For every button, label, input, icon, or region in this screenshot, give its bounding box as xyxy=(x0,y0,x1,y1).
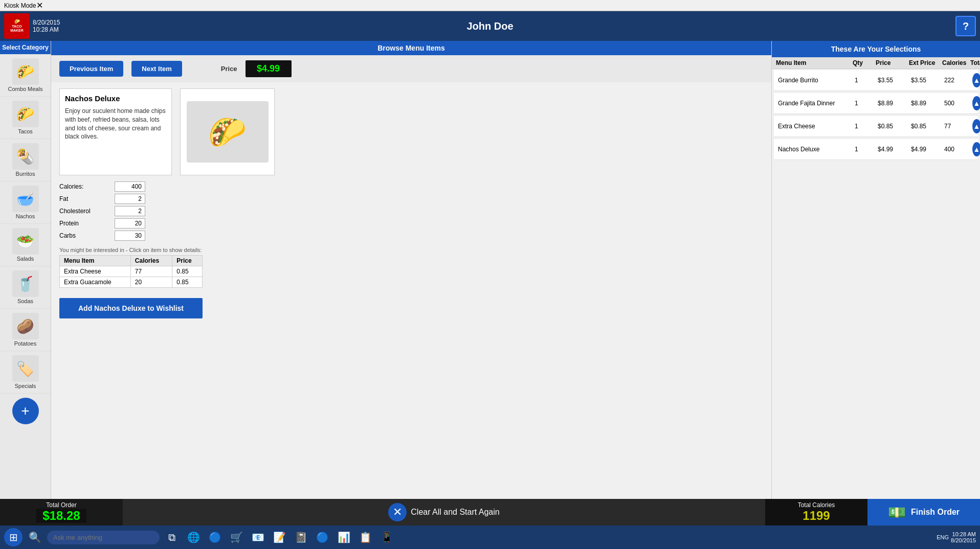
sel-up-2[interactable]: ▲ xyxy=(972,96,980,110)
selections-header: These Are Your Selections xyxy=(772,41,980,57)
app3-icon[interactable]: 📱 xyxy=(377,528,396,546)
chrome-icon[interactable]: 🔵 xyxy=(313,528,331,546)
add-category-button[interactable]: + xyxy=(12,398,39,424)
sidebar-item-specials[interactable]: 🏷️ Specials xyxy=(0,351,51,394)
calories-value: 400 xyxy=(115,181,145,192)
sel-actions-2: ▲ ▼ 🗑 xyxy=(972,96,980,110)
logo-line2: MAKER xyxy=(10,29,24,33)
tacos-icon: 🌮 xyxy=(12,101,39,127)
ie-icon[interactable]: 🌐 xyxy=(184,528,203,546)
col-price: Price xyxy=(876,59,909,66)
total-calories-label: Total Calories xyxy=(798,501,835,509)
suggestions-col-price: Price xyxy=(172,256,203,266)
suggestion-name-1[interactable]: Extra Cheese xyxy=(60,266,131,277)
sidebar-item-burritos[interactable]: 🌯 Burritos xyxy=(0,139,51,181)
item-detail: Nachos Deluxe Enjoy our suculent home ma… xyxy=(51,82,771,181)
carbs-label: Carbs xyxy=(59,231,110,241)
sidebar-item-sodas[interactable]: 🥤 Sodas xyxy=(0,266,51,309)
fat-value: 2 xyxy=(115,194,145,204)
sel-ext-price-1: $3.55 xyxy=(911,77,944,84)
taskbar: ⊞ 🔍 ⧉ 🌐 🔵 🛒 📧 📝 📓 🔵 📊 📋 📱 ENG 10:28 AM 8… xyxy=(0,525,980,549)
sel-price-2: $8.89 xyxy=(878,100,911,107)
combo-meals-icon: 🌮 xyxy=(12,58,39,85)
add-to-wishlist-button[interactable]: Add Nachos Deluxe to Wishlist xyxy=(59,298,203,318)
onenote-icon[interactable]: 📓 xyxy=(292,528,310,546)
selection-row-1: Grande Burrito 1 $3.55 $3.55 222 ▲ ▼ 🗑 xyxy=(774,70,978,91)
title-bar: Kiosk Mode ✕ xyxy=(0,0,980,11)
sidebar-label-potatoes: Potatoes xyxy=(14,340,36,347)
sel-actions-4: ▲ ▼ 🗑 xyxy=(972,142,980,156)
item-image: 🌮 xyxy=(187,101,269,163)
sidebar-label-sodas: Sodas xyxy=(17,298,33,304)
suggestion-row-1[interactable]: Extra Cheese 77 0.85 xyxy=(60,266,203,277)
fat-label: Fat xyxy=(59,194,110,204)
carbs-value: 30 xyxy=(115,231,145,241)
sidebar-label-burritos: Burritos xyxy=(16,171,35,177)
sel-qty-4: 1 xyxy=(855,146,878,153)
price-display: $4.99 xyxy=(246,60,292,77)
content-row: Select Category 🌮 Combo Meals 🌮 Tacos 🌯 … xyxy=(0,41,980,499)
sel-qty-1: 1 xyxy=(855,77,878,84)
sel-ext-price-3: $0.85 xyxy=(911,123,944,130)
sidebar-label-combo-meals: Combo Meals xyxy=(8,86,43,92)
taskbar-search-input[interactable] xyxy=(47,531,160,544)
sel-name-1: Grande Burrito xyxy=(778,77,855,84)
header-time: 10:28 AM xyxy=(33,26,60,33)
sel-ext-price-2: $8.89 xyxy=(911,100,944,107)
clear-all-button[interactable]: ✕ Clear All and Start Again xyxy=(388,503,499,521)
sel-up-1[interactable]: ▲ xyxy=(972,73,980,87)
selections-table-header: Menu Item Qty Price Ext Price Calories T… xyxy=(772,57,980,69)
logo: 🌮 TACO MAKER xyxy=(4,13,30,39)
specials-icon: 🏷️ xyxy=(12,355,39,382)
sidebar-item-salads[interactable]: 🥗 Salads xyxy=(0,224,51,266)
sidebar-item-potatoes[interactable]: 🥔 Potatoes xyxy=(0,309,51,351)
finish-order-button[interactable]: 💵 Finish Order xyxy=(867,499,980,525)
header-datetime: 8/20/2015 10:28 AM xyxy=(33,19,60,33)
mail-icon[interactable]: 📧 xyxy=(249,528,267,546)
user-name: John Doe xyxy=(466,20,513,32)
col-total-cal: Total Cal xyxy=(970,59,980,66)
total-order-amount: $18.28 xyxy=(36,509,86,523)
sidebar-item-tacos[interactable]: 🌮 Tacos xyxy=(0,97,51,139)
header: 🌮 TACO MAKER 8/20/2015 10:28 AM John Doe… xyxy=(0,11,980,41)
finish-btn-label: Finish Order xyxy=(911,508,960,517)
sidebar-item-combo-meals[interactable]: 🌮 Combo Meals xyxy=(0,54,51,97)
help-button[interactable]: ? xyxy=(955,16,976,36)
sidebar-label-salads: Salads xyxy=(17,256,34,262)
sel-name-4: Nachos Deluxe xyxy=(778,146,855,153)
cholesterol-label: Cholesterol xyxy=(59,206,110,216)
salads-icon: 🥗 xyxy=(12,228,39,255)
app2-icon[interactable]: 📋 xyxy=(356,528,374,546)
sel-up-3[interactable]: ▲ xyxy=(972,119,980,133)
edge-icon[interactable]: 🔵 xyxy=(206,528,224,546)
sidebar-item-nachos[interactable]: 🥣 Nachos xyxy=(0,181,51,224)
col-ext-price: Ext Price xyxy=(909,59,942,66)
total-order-label: Total Order xyxy=(46,501,76,509)
close-button[interactable]: ✕ xyxy=(36,1,43,10)
logo-taco-icon: 🌮 xyxy=(14,19,20,25)
taskbar-clock: 10:28 AM xyxy=(951,531,976,537)
sodas-icon: 🥤 xyxy=(12,270,39,297)
suggestion-row-2[interactable]: Extra Guacamole 20 0.85 xyxy=(60,277,203,288)
sel-calories-2: 500 xyxy=(944,100,972,107)
suggestion-price-2: 0.85 xyxy=(172,277,203,288)
suggestion-calories-1: 77 xyxy=(130,266,172,277)
word-icon[interactable]: 📝 xyxy=(270,528,288,546)
start-button[interactable]: ⊞ xyxy=(4,528,23,546)
suggestion-name-2[interactable]: Extra Guacamole xyxy=(60,277,131,288)
sidebar-label-specials: Specials xyxy=(15,383,36,389)
previous-item-button[interactable]: Previous Item xyxy=(59,61,123,77)
search-icon[interactable]: 🔍 xyxy=(26,528,44,546)
next-item-button[interactable]: Next Item xyxy=(131,61,182,77)
clear-icon: ✕ xyxy=(388,503,407,521)
taskbar-time: 10:28 AM 8/20/2015 xyxy=(951,531,976,543)
sel-name-3: Extra Cheese xyxy=(778,123,855,130)
sel-calories-3: 77 xyxy=(944,123,972,130)
sel-actions-1: ▲ ▼ 🗑 xyxy=(972,73,980,87)
task-view-icon[interactable]: ⧉ xyxy=(163,528,181,546)
store-icon[interactable]: 🛒 xyxy=(227,528,246,546)
sel-price-1: $3.55 xyxy=(878,77,911,84)
sel-up-4[interactable]: ▲ xyxy=(972,142,980,156)
app1-icon[interactable]: 📊 xyxy=(335,528,353,546)
sidebar: Select Category 🌮 Combo Meals 🌮 Tacos 🌯 … xyxy=(0,41,51,499)
